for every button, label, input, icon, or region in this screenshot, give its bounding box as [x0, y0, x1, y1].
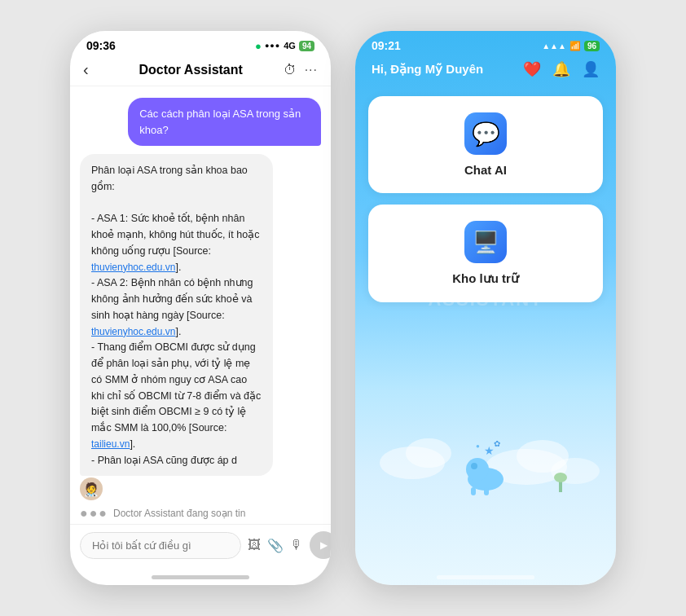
- svg-point-6: [466, 458, 489, 481]
- typing-indicator: ●●● Doctor Assistant đang soạn tin: [70, 501, 331, 524]
- sent-message-row: Các cách phân loại ASA trong sản khoa?: [80, 98, 321, 146]
- svg-rect-9: [484, 487, 489, 495]
- time-phone1: 09:36: [86, 39, 116, 52]
- more-icon[interactable]: ···: [305, 63, 318, 77]
- svg-point-1: [406, 438, 451, 468]
- history-icon[interactable]: ⏱: [284, 63, 297, 77]
- home-phone: 09:21 ▲▲▲ 📶 96 Hi, Đặng Mỹ Duyên ❤️ 🔔 👤: [355, 31, 616, 585]
- signal-bars: ●●●: [265, 42, 280, 50]
- source-link-3[interactable]: tailieu.vn: [91, 438, 130, 450]
- back-button[interactable]: ‹: [83, 60, 89, 79]
- phones-container: 09:36 ● ●●● 4G 94 ‹ Doctor Assistant ⏱ ·…: [70, 31, 616, 585]
- storage-card[interactable]: 🖥️ Kho lưu trữ: [368, 205, 603, 302]
- battery-phone1: 94: [299, 41, 314, 51]
- greeting-row: Hi, Đặng Mỹ Duyên ❤️ 🔔 👤: [372, 60, 600, 78]
- bell-icon[interactable]: 🔔: [552, 60, 570, 78]
- status-bar-phone1: 09:36 ● ●●● 4G 94: [70, 31, 331, 55]
- received-message-row: Phân loại ASA trong sản khoa bao gồm: - …: [80, 154, 321, 476]
- wifi-icon-phone2: 📶: [569, 41, 581, 51]
- received-text: Phân loại ASA trong sản khoa bao gồm: - …: [91, 165, 264, 466]
- mic-icon[interactable]: 🎙: [290, 538, 303, 552]
- chat-ai-icon-bg: 💬: [464, 112, 507, 155]
- chat-ai-icon: 💬: [472, 121, 500, 147]
- chat-input-bar: 🖼 📎 🎙 ▶: [70, 524, 331, 569]
- home-indicator-phone1: [70, 569, 331, 585]
- network-type: 4G: [284, 41, 296, 51]
- home-bar-phone2: [437, 575, 534, 579]
- send-button[interactable]: ▶: [310, 531, 331, 559]
- svg-point-14: [554, 473, 567, 482]
- svg-point-7: [471, 463, 477, 469]
- svg-rect-8: [471, 487, 476, 495]
- storage-icon: 🖥️: [473, 230, 499, 255]
- status-bar-phone2: 09:21 ▲▲▲ 📶 96: [355, 31, 616, 55]
- time-phone2: 09:21: [372, 39, 401, 52]
- source-link-2[interactable]: thuvienyhoc.edu.vn: [91, 326, 175, 337]
- home-bar-phone1: [152, 575, 249, 579]
- home-header: Hi, Đặng Mỹ Duyên ❤️ 🔔 👤: [355, 55, 616, 86]
- chat-title: Doctor Assistant: [99, 63, 284, 77]
- chat-ai-label: Chat AI: [464, 163, 507, 177]
- source-link-1[interactable]: thuvienyhoc.edu.vn: [91, 262, 175, 273]
- status-icons-phone2: ▲▲▲ 📶 96: [542, 41, 600, 51]
- received-bubble: Phân loại ASA trong sản khoa bao gồm: - …: [80, 154, 273, 476]
- user-icon[interactable]: 👤: [582, 60, 600, 78]
- battery-phone2: 96: [584, 41, 600, 51]
- avatar-row: 🧑‍⚕️: [80, 477, 321, 500]
- storage-label: Kho lưu trữ: [452, 271, 519, 286]
- home-action-icons: ❤️ 🔔 👤: [523, 60, 600, 78]
- sent-text: Các cách phân loại ASA trong sản khoa?: [139, 108, 301, 136]
- chat-input[interactable]: [80, 532, 241, 559]
- storage-icon-bg: 🖥️: [464, 221, 507, 263]
- typing-text: Doctor Assistant đang soạn tin: [113, 508, 245, 519]
- chat-header-icons: ⏱ ···: [284, 63, 318, 77]
- greeting-text: Hi, Đặng Mỹ Duyên: [372, 62, 483, 77]
- svg-text:●: ●: [476, 442, 480, 450]
- wechat-icon: ●: [255, 40, 262, 52]
- chat-header: ‹ Doctor Assistant ⏱ ···: [70, 55, 331, 86]
- signal-phone2: ▲▲▲: [542, 42, 566, 51]
- chat-messages: Các cách phân loại ASA trong sản khoa? P…: [70, 86, 331, 501]
- heart-icon[interactable]: ❤️: [523, 60, 541, 78]
- image-icon[interactable]: 🖼: [248, 538, 261, 552]
- svg-text:✿: ✿: [494, 439, 500, 448]
- chat-ai-card[interactable]: 💬 Chat AI: [368, 96, 603, 193]
- home-content: DOCTOR ASSISTANT 💬 Chat AI 🖥️ Kho lưu tr…: [355, 86, 616, 569]
- typing-dots: ●●●: [80, 506, 108, 521]
- clouds-illustration: ★ ✿ ●: [355, 398, 616, 495]
- attach-icon[interactable]: 📎: [267, 538, 284, 553]
- chat-phone: 09:36 ● ●●● 4G 94 ‹ Doctor Assistant ⏱ ·…: [70, 31, 331, 585]
- sent-bubble: Các cách phân loại ASA trong sản khoa?: [128, 98, 321, 146]
- assistant-avatar: 🧑‍⚕️: [80, 477, 103, 500]
- home-indicator-phone2: [355, 569, 616, 585]
- send-arrow-icon: ▶: [320, 539, 328, 551]
- status-icons-phone1: ● ●●● 4G 94: [255, 40, 314, 52]
